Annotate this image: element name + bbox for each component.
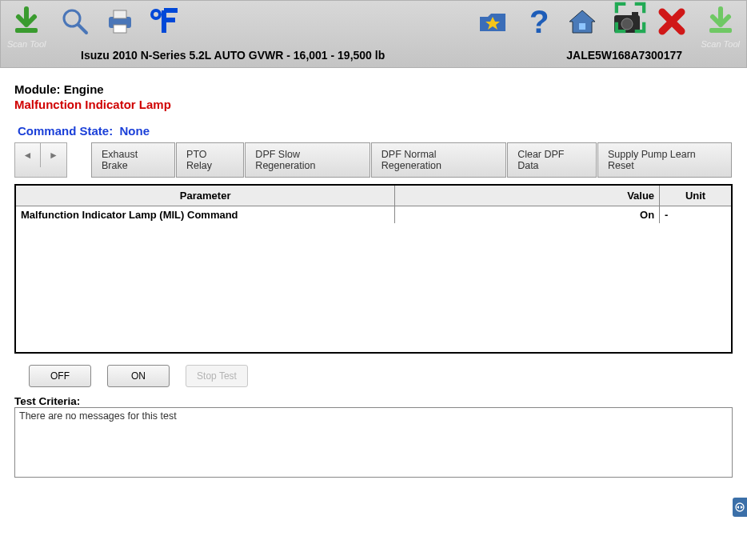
svg-rect-0 bbox=[15, 28, 38, 33]
fahrenheit-icon bbox=[149, 6, 181, 38]
criteria-text: There are no messages for this test bbox=[19, 410, 177, 422]
table-row[interactable]: Malfunction Indicator Lamp (MIL) Command… bbox=[16, 206, 731, 224]
search-button[interactable] bbox=[59, 6, 91, 38]
home-icon bbox=[566, 6, 598, 38]
tab-pto-relay[interactable]: PTO Relay bbox=[176, 142, 244, 178]
svg-rect-8 bbox=[579, 23, 585, 30]
expand-icon bbox=[614, 2, 646, 34]
svg-rect-5 bbox=[114, 25, 126, 33]
svg-rect-12 bbox=[709, 28, 732, 33]
close-button[interactable] bbox=[656, 6, 688, 38]
download-arrow-icon bbox=[705, 6, 737, 38]
tab-exhaust-brake[interactable]: Exhaust Brake bbox=[91, 142, 175, 178]
scan-tool-right-label: Scan Tool bbox=[701, 39, 740, 49]
download-arrow-icon bbox=[10, 6, 42, 38]
vehicle-description: Isuzu 2010 N-Series 5.2L AUTO GVWR - 16,… bbox=[81, 49, 385, 62]
parameter-table: Parameter Value Unit Malfunction Indicat… bbox=[14, 184, 733, 354]
tab-supply-pump-learn-reset[interactable]: Supply Pump Learn Reset bbox=[597, 142, 732, 178]
print-button[interactable] bbox=[104, 6, 136, 38]
svg-rect-4 bbox=[114, 10, 126, 18]
svg-line-2 bbox=[78, 25, 86, 33]
printer-icon bbox=[104, 6, 136, 38]
tab-scroll-left[interactable]: ◄ bbox=[15, 143, 41, 167]
tab-clear-dpf-data[interactable]: Clear DPF Data bbox=[507, 142, 597, 178]
tab-dpf-normal-regen[interactable]: DPF Normal Regeneration bbox=[371, 142, 506, 178]
scan-tool-right[interactable]: Scan Tool bbox=[701, 6, 740, 49]
cell-unit: - bbox=[660, 206, 731, 224]
header-unit: Unit bbox=[660, 186, 731, 206]
svg-text:?: ? bbox=[529, 6, 549, 38]
criteria-box: There are no messages for this test bbox=[14, 407, 733, 478]
scan-tool-left-label: Scan Tool bbox=[7, 39, 46, 49]
favorites-button[interactable] bbox=[477, 6, 509, 38]
star-folder-icon bbox=[477, 6, 509, 38]
command-state: Command State: None bbox=[18, 124, 733, 138]
cell-parameter: Malfunction Indicator Lamp (MIL) Command bbox=[16, 206, 395, 224]
temperature-button[interactable] bbox=[149, 6, 181, 38]
help-button[interactable]: ? bbox=[521, 6, 553, 38]
module-label: Module: Engine bbox=[14, 82, 733, 96]
svg-point-6 bbox=[152, 10, 160, 18]
teamviewer-icon bbox=[735, 502, 745, 512]
fault-label: Malfunction Indicator Lamp bbox=[14, 98, 733, 111]
command-state-label: Command State: bbox=[18, 124, 113, 138]
tab-dpf-slow-regen[interactable]: DPF Slow Regeneration bbox=[245, 142, 370, 178]
teamviewer-tab[interactable] bbox=[733, 498, 747, 517]
search-icon bbox=[59, 6, 91, 38]
toolbar: Scan Tool ? Scan Tool bbox=[0, 0, 747, 68]
close-x-icon bbox=[656, 6, 688, 38]
on-button[interactable]: ON bbox=[107, 365, 170, 387]
command-state-value: None bbox=[120, 124, 150, 138]
criteria-label: Test Criteria: bbox=[14, 395, 733, 407]
cell-value: On bbox=[395, 206, 660, 224]
header-value: Value bbox=[395, 186, 660, 206]
scan-tool-left[interactable]: Scan Tool bbox=[7, 6, 46, 49]
tab-scroll-right[interactable]: ► bbox=[41, 143, 66, 167]
stop-test-button: Stop Test bbox=[186, 365, 248, 387]
header-parameter: Parameter bbox=[16, 186, 395, 206]
home-button[interactable] bbox=[566, 6, 598, 38]
vin-number: JALE5W168A7300177 bbox=[566, 49, 682, 62]
off-button[interactable]: OFF bbox=[29, 365, 91, 387]
tab-row: ◄ ► Exhaust Brake PTO Relay DPF Slow Reg… bbox=[14, 142, 733, 178]
question-icon: ? bbox=[521, 6, 553, 38]
camera-button[interactable] bbox=[611, 6, 643, 38]
